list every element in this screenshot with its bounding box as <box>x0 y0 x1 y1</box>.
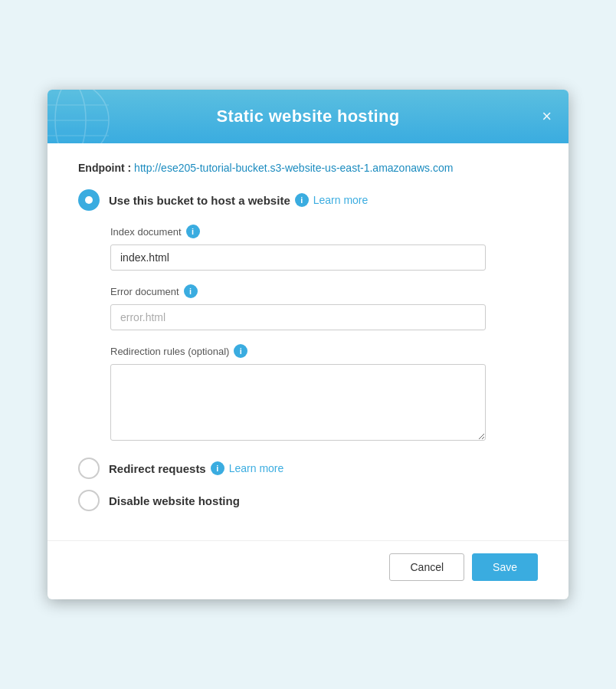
error-document-section: Error document i <box>110 284 538 330</box>
modal-footer: Cancel Save <box>48 540 568 599</box>
radio-disable-label: Disable website hosting <box>109 494 240 507</box>
error-info-icon[interactable]: i <box>184 284 198 298</box>
close-button[interactable]: × <box>542 108 552 125</box>
radio-option-host: Use this bucket to host a website i Lear… <box>78 189 538 211</box>
index-document-section: Index document i <box>110 225 538 271</box>
redirection-rules-label: Redirection rules (optional) i <box>110 344 538 358</box>
radio-host-label: Use this bucket to host a website i Lear… <box>109 193 368 207</box>
globe-decoration <box>48 90 139 151</box>
redirect-learn-more-link[interactable]: Learn more <box>229 462 284 474</box>
radio-disable-button[interactable] <box>78 490 100 511</box>
index-info-icon[interactable]: i <box>186 225 200 238</box>
modal-overlay: Static website hosting × Endpoint : http… <box>0 0 616 689</box>
endpoint-row: Endpoint : http://ese205-tutorial-bucket… <box>78 162 538 174</box>
error-document-input[interactable] <box>110 304 486 330</box>
host-learn-more-link[interactable]: Learn more <box>313 194 369 206</box>
cancel-button[interactable]: Cancel <box>389 553 464 581</box>
modal-title: Static website hosting <box>217 107 400 126</box>
radio-redirect-button[interactable] <box>78 458 100 479</box>
radio-option-redirect: Redirect requests i Learn more <box>78 458 538 479</box>
endpoint-label: Endpoint : <box>78 162 131 174</box>
radio-redirect-label: Redirect requests i Learn more <box>109 461 283 475</box>
index-document-input[interactable] <box>110 244 486 271</box>
modal-body: Endpoint : http://ese205-tutorial-bucket… <box>48 143 568 540</box>
radio-option-disable: Disable website hosting <box>78 490 538 511</box>
radio-host-button[interactable] <box>78 189 100 211</box>
redirection-info-icon[interactable]: i <box>234 344 247 358</box>
modal-dialog: Static website hosting × Endpoint : http… <box>48 90 568 599</box>
modal-header: Static website hosting × <box>48 90 568 143</box>
error-document-label: Error document i <box>110 284 538 298</box>
save-button[interactable]: Save <box>472 553 538 581</box>
redirection-rules-section: Redirection rules (optional) i <box>110 344 538 444</box>
host-info-icon[interactable]: i <box>295 193 309 207</box>
redirect-info-icon[interactable]: i <box>211 461 224 475</box>
index-document-label: Index document i <box>110 225 538 238</box>
radio-host-section: Use this bucket to host a website i Lear… <box>78 189 538 444</box>
redirection-rules-textarea[interactable] <box>110 364 486 441</box>
endpoint-link[interactable]: http://ese205-tutorial-bucket.s3-website… <box>134 162 453 174</box>
